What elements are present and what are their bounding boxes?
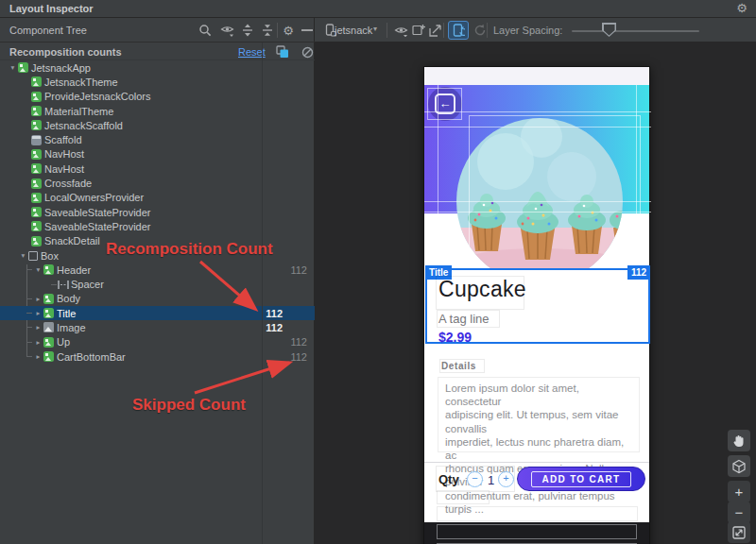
chevron-collapsed-icon[interactable]: ▸ — [33, 323, 43, 332]
tree-row[interactable]: ProvideJetsnackColors — [0, 90, 315, 104]
tree-row-selected[interactable]: ▸Title112 — [0, 306, 315, 320]
component-tree-toolbar: Component Tree ⚙ — [0, 18, 315, 42]
chevron-expanded-icon[interactable]: ▾ — [8, 63, 18, 72]
compose-node-icon — [31, 178, 42, 189]
product-price: $2.99 — [438, 330, 472, 345]
zoom-fit-button[interactable] — [728, 521, 750, 543]
compose-node-icon — [31, 193, 42, 203]
tree-row[interactable]: SaveableStateProvider — [0, 219, 315, 233]
tree-row[interactable]: SaveableStateProvider — [0, 205, 315, 219]
tree-row[interactable]: ▸Up112 — [0, 335, 315, 349]
window-titlebar: Layout Inspector ⚙ — [0, 0, 756, 18]
layer-spacing-slider-thumb[interactable] — [602, 23, 616, 37]
compose-node-icon — [31, 106, 42, 116]
fit-to-screen-icon — [732, 526, 746, 539]
chevron-expanded-icon[interactable]: ▾ — [18, 251, 28, 260]
skipped-count: 112 — [283, 264, 315, 276]
compose-node-icon — [31, 149, 42, 160]
compose-node-icon — [31, 92, 42, 102]
pan-mode-button[interactable] — [728, 430, 750, 451]
popout-window-icon[interactable] — [427, 23, 444, 38]
view-options-eye-icon[interactable] — [392, 23, 409, 38]
details-heading: Details — [441, 361, 476, 371]
expand-all-icon[interactable] — [240, 23, 255, 38]
chevron-collapsed-icon[interactable]: ▸ — [33, 338, 43, 347]
tree-row[interactable]: ▾Header112 — [0, 263, 315, 277]
tree-row[interactable]: Scaffold — [0, 132, 315, 146]
layout-bound-rect — [437, 524, 637, 539]
annotation-skipped-count: Skipped Count — [132, 396, 246, 415]
live-updates-toggle[interactable] — [448, 21, 469, 40]
tree-row[interactable]: Crossfade — [0, 176, 315, 190]
tree-row[interactable]: ▾JetsnackApp — [0, 60, 315, 75]
layer-spacing-label: Layer Spacing: — [493, 25, 562, 36]
chevron-collapsed-icon[interactable]: ▸ — [33, 295, 43, 303]
add-to-cart-label: ADD TO CART — [531, 471, 630, 487]
compose-node-icon — [43, 308, 54, 318]
spacer-node-icon — [58, 280, 68, 290]
compose-node-icon — [31, 221, 42, 231]
compose-node-icon — [31, 76, 42, 87]
image-node-icon — [43, 322, 54, 332]
layer-spacing-slider[interactable] — [572, 30, 699, 32]
back-button[interactable]: ← — [428, 87, 462, 121]
window-title: Layout Inspector — [9, 3, 94, 14]
tree-row[interactable]: ▸Image112 — [0, 320, 315, 334]
zoom-out-button[interactable]: − — [728, 502, 750, 523]
tree-row[interactable]: ▸CartBottomBar112 — [0, 349, 315, 364]
recomposition-count: 112 — [262, 308, 283, 319]
section-divider — [424, 462, 649, 463]
qty-value: 1 — [488, 473, 494, 487]
skipped-count: 112 — [283, 351, 315, 363]
skipped-count: 112 — [283, 336, 315, 348]
tree-row[interactable]: LocalOwnersProvider — [0, 191, 315, 205]
tree-row[interactable]: MaterialTheme — [0, 104, 315, 118]
filter-eye-icon[interactable] — [219, 23, 234, 38]
box-node-icon — [28, 251, 38, 261]
component-tree: ▾JetsnackApp JetsnackTheme ProvideJetsna… — [0, 60, 315, 544]
tree-row[interactable]: JetsnackTheme — [0, 75, 315, 89]
chevron-collapsed-icon[interactable]: ▸ — [33, 352, 43, 361]
compose-node-icon — [31, 207, 42, 217]
highlight-recompositions-icon[interactable] — [275, 44, 290, 60]
device-bottom-area — [424, 522, 649, 544]
back-arrow-icon: ← — [435, 94, 455, 114]
compose-node-icon — [31, 163, 42, 174]
compose-node-icon — [31, 236, 42, 246]
device-render-viewport[interactable]: ← — [315, 42, 756, 544]
tree-row[interactable]: Spacer — [0, 277, 315, 291]
chevron-expanded-icon[interactable]: ▾ — [33, 265, 43, 274]
3d-mode-button[interactable] — [728, 455, 750, 477]
qty-increase-button[interactable]: + — [498, 471, 514, 487]
component-tree-panel: Component Tree ⚙ Recomposition counts Re… — [0, 18, 315, 544]
collapse-all-icon[interactable] — [260, 23, 275, 38]
tree-row[interactable]: ▸Body — [0, 292, 315, 306]
zoom-in-button[interactable]: + — [728, 481, 750, 502]
pick-component-icon[interactable] — [410, 23, 427, 38]
tree-row[interactable]: NavHost — [0, 147, 315, 162]
device-toolbar: jetsnack ▾ Layer Spacing: — [315, 18, 756, 42]
chevron-collapsed-icon[interactable]: ▸ — [33, 309, 43, 317]
tree-row[interactable]: NavHost — [0, 162, 315, 176]
settings-gear-icon[interactable]: ⚙ — [736, 1, 747, 15]
compose-node-icon — [31, 120, 42, 130]
qty-label: Qty — [438, 472, 459, 486]
hide-panel-icon[interactable] — [300, 23, 315, 38]
device-screenshot: ← — [423, 66, 650, 544]
chevron-down-icon: ▾ — [373, 25, 377, 33]
product-tagline: A tag line — [438, 312, 490, 326]
compose-node-icon — [43, 351, 54, 362]
hand-icon — [732, 434, 746, 448]
qty-decrease-button[interactable]: − — [467, 471, 483, 487]
add-to-cart-button[interactable]: ADD TO CART — [517, 467, 645, 491]
tree-settings-gear-icon[interactable]: ⚙ — [281, 23, 296, 38]
compose-node-icon — [18, 62, 28, 73]
annotation-recomposition-count: Recomposition Count — [106, 240, 273, 259]
disable-counts-icon[interactable] — [300, 44, 315, 60]
process-picker[interactable]: jetsnack — [335, 25, 372, 36]
recomposition-count: 112 — [262, 322, 283, 333]
search-icon[interactable] — [198, 23, 213, 38]
tree-row[interactable]: JetsnackScaffold — [0, 118, 315, 132]
recomposition-counts-label: Recomposition counts — [9, 46, 122, 58]
scaffold-node-icon — [31, 135, 42, 145]
